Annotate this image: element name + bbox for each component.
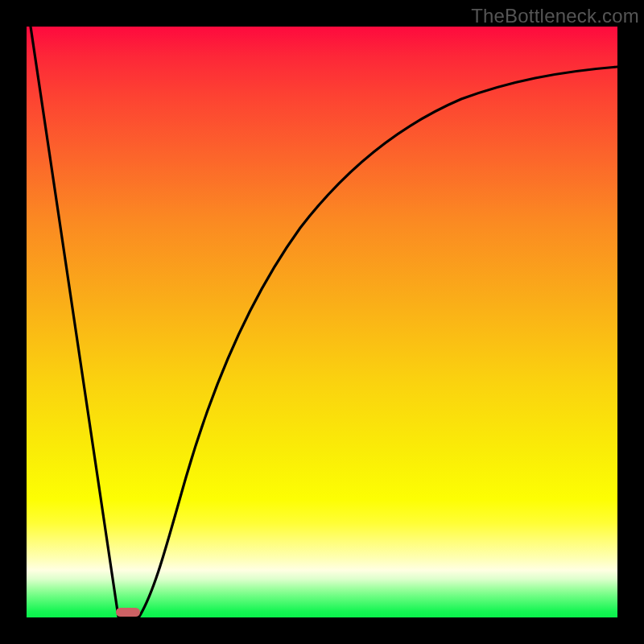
curve-layer	[27, 27, 617, 617]
pill-marker	[116, 608, 140, 617]
chart-canvas: TheBottleneck.com	[0, 0, 644, 644]
watermark-text: TheBottleneck.com	[471, 5, 639, 27]
plot-area	[27, 27, 617, 617]
bottleneck-curve	[31, 27, 617, 617]
